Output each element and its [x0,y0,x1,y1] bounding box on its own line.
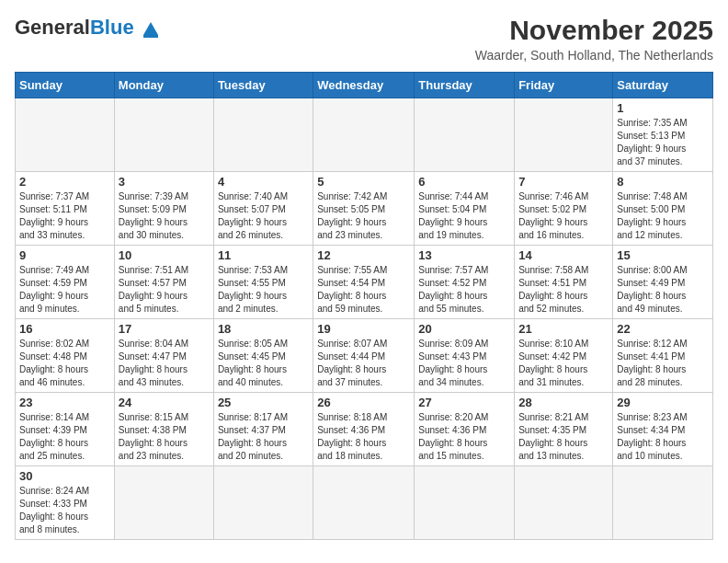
day-info: Sunrise: 8:12 AM Sunset: 4:41 PM Dayligh… [617,338,709,389]
day-info: Sunrise: 8:04 AM Sunset: 4:47 PM Dayligh… [119,338,210,389]
header: GeneralBlue November 2025 Waarder, South… [15,15,713,63]
day-number: 18 [218,322,309,336]
day-info: Sunrise: 7:58 AM Sunset: 4:51 PM Dayligh… [518,264,609,316]
calendar-day-cell [515,98,613,172]
day-info: Sunrise: 7:48 AM Sunset: 5:00 PM Dayligh… [617,190,709,242]
calendar-day-cell: 18Sunrise: 8:05 AM Sunset: 4:45 PM Dayli… [213,319,313,393]
calendar-day-cell: 9Sunrise: 7:49 AM Sunset: 4:59 PM Daylig… [16,246,115,319]
day-info: Sunrise: 8:20 AM Sunset: 4:36 PM Dayligh… [418,411,510,463]
day-info: Sunrise: 7:57 AM Sunset: 4:52 PM Dayligh… [418,264,510,316]
calendar-day-cell: 30Sunrise: 8:24 AM Sunset: 4:33 PM Dayli… [16,466,115,540]
calendar-week-row: 30Sunrise: 8:24 AM Sunset: 4:33 PM Dayli… [16,466,713,540]
day-number: 22 [617,322,709,336]
weekday-header-cell: Tuesday [213,73,313,98]
day-info: Sunrise: 7:46 AM Sunset: 5:02 PM Dayligh… [518,190,609,242]
day-info: Sunrise: 8:17 AM Sunset: 4:37 PM Dayligh… [218,411,309,463]
weekday-header: SundayMondayTuesdayWednesdayThursdayFrid… [16,73,713,98]
calendar-day-cell [114,98,213,172]
day-number: 21 [518,322,609,336]
day-info: Sunrise: 8:23 AM Sunset: 4:34 PM Dayligh… [617,411,709,463]
day-number: 11 [218,248,309,262]
day-number: 5 [317,175,410,189]
day-number: 1 [617,101,709,115]
calendar-week-row: 1Sunrise: 7:35 AM Sunset: 5:13 PM Daylig… [16,98,713,172]
svg-rect-1 [143,35,158,38]
day-number: 6 [418,175,510,189]
calendar-week-row: 9Sunrise: 7:49 AM Sunset: 4:59 PM Daylig… [16,246,713,319]
calendar-day-cell [114,466,213,540]
svg-marker-0 [143,22,158,35]
calendar: SundayMondayTuesdayWednesdayThursdayFrid… [15,72,713,540]
day-info: Sunrise: 7:42 AM Sunset: 5:05 PM Dayligh… [317,190,410,242]
weekday-header-cell: Thursday [415,73,515,98]
calendar-day-cell: 12Sunrise: 7:55 AM Sunset: 4:54 PM Dayli… [313,246,415,319]
calendar-day-cell: 15Sunrise: 8:00 AM Sunset: 4:49 PM Dayli… [613,246,713,319]
logo-icon [138,15,164,40]
day-number: 7 [518,175,609,189]
calendar-day-cell: 11Sunrise: 7:53 AM Sunset: 4:55 PM Dayli… [213,246,313,319]
logo-text: GeneralBlue [15,17,134,38]
day-number: 2 [19,175,110,189]
calendar-day-cell [213,466,313,540]
calendar-day-cell: 24Sunrise: 8:15 AM Sunset: 4:38 PM Dayli… [114,393,213,466]
day-info: Sunrise: 7:51 AM Sunset: 4:57 PM Dayligh… [119,264,210,316]
calendar-day-cell: 1Sunrise: 7:35 AM Sunset: 5:13 PM Daylig… [613,98,713,172]
day-info: Sunrise: 8:00 AM Sunset: 4:49 PM Dayligh… [617,264,709,316]
calendar-week-row: 16Sunrise: 8:02 AM Sunset: 4:48 PM Dayli… [16,319,713,393]
day-number: 24 [119,396,210,409]
day-number: 23 [19,396,110,409]
day-info: Sunrise: 8:18 AM Sunset: 4:36 PM Dayligh… [317,411,410,463]
day-number: 14 [518,248,609,262]
weekday-header-cell: Sunday [16,73,115,98]
calendar-day-cell: 10Sunrise: 7:51 AM Sunset: 4:57 PM Dayli… [114,246,213,319]
calendar-day-cell: 20Sunrise: 8:09 AM Sunset: 4:43 PM Dayli… [415,319,515,393]
calendar-day-cell: 19Sunrise: 8:07 AM Sunset: 4:44 PM Dayli… [313,319,415,393]
day-info: Sunrise: 8:15 AM Sunset: 4:38 PM Dayligh… [119,411,210,463]
calendar-body: 1Sunrise: 7:35 AM Sunset: 5:13 PM Daylig… [16,98,713,540]
day-info: Sunrise: 8:09 AM Sunset: 4:43 PM Dayligh… [418,338,510,389]
day-info: Sunrise: 8:21 AM Sunset: 4:35 PM Dayligh… [518,411,609,463]
weekday-header-cell: Saturday [613,73,713,98]
calendar-day-cell: 17Sunrise: 8:04 AM Sunset: 4:47 PM Dayli… [114,319,213,393]
weekday-header-cell: Friday [515,73,613,98]
calendar-day-cell: 16Sunrise: 8:02 AM Sunset: 4:48 PM Dayli… [16,319,115,393]
day-number: 9 [19,248,110,262]
day-number: 10 [119,248,210,262]
calendar-day-cell: 14Sunrise: 7:58 AM Sunset: 4:51 PM Dayli… [515,246,613,319]
calendar-day-cell: 8Sunrise: 7:48 AM Sunset: 5:00 PM Daylig… [613,172,713,246]
calendar-week-row: 23Sunrise: 8:14 AM Sunset: 4:39 PM Dayli… [16,393,713,466]
day-info: Sunrise: 8:14 AM Sunset: 4:39 PM Dayligh… [19,411,110,463]
day-number: 17 [119,322,210,336]
day-info: Sunrise: 7:44 AM Sunset: 5:04 PM Dayligh… [418,190,510,242]
day-info: Sunrise: 7:55 AM Sunset: 4:54 PM Dayligh… [317,264,410,316]
day-number: 4 [218,175,309,189]
day-info: Sunrise: 7:37 AM Sunset: 5:11 PM Dayligh… [19,190,110,242]
calendar-day-cell: 26Sunrise: 8:18 AM Sunset: 4:36 PM Dayli… [313,393,415,466]
calendar-day-cell: 5Sunrise: 7:42 AM Sunset: 5:05 PM Daylig… [313,172,415,246]
calendar-day-cell: 6Sunrise: 7:44 AM Sunset: 5:04 PM Daylig… [415,172,515,246]
day-info: Sunrise: 8:02 AM Sunset: 4:48 PM Dayligh… [19,338,110,389]
calendar-day-cell: 29Sunrise: 8:23 AM Sunset: 4:34 PM Dayli… [613,393,713,466]
calendar-day-cell [313,466,415,540]
day-number: 25 [218,396,309,409]
weekday-header-cell: Wednesday [313,73,415,98]
day-number: 29 [617,396,709,409]
calendar-day-cell: 28Sunrise: 8:21 AM Sunset: 4:35 PM Dayli… [515,393,613,466]
calendar-day-cell: 23Sunrise: 8:14 AM Sunset: 4:39 PM Dayli… [16,393,115,466]
calendar-day-cell: 2Sunrise: 7:37 AM Sunset: 5:11 PM Daylig… [16,172,115,246]
calendar-day-cell: 4Sunrise: 7:40 AM Sunset: 5:07 PM Daylig… [213,172,313,246]
day-info: Sunrise: 7:53 AM Sunset: 4:55 PM Dayligh… [218,264,309,316]
day-number: 27 [418,396,510,409]
day-info: Sunrise: 7:40 AM Sunset: 5:07 PM Dayligh… [218,190,309,242]
day-number: 28 [518,396,609,409]
day-info: Sunrise: 8:07 AM Sunset: 4:44 PM Dayligh… [317,338,410,389]
day-info: Sunrise: 7:35 AM Sunset: 5:13 PM Dayligh… [617,117,709,168]
day-number: 12 [317,248,410,262]
month-title: November 2025 [475,15,713,46]
logo: GeneralBlue [15,15,164,40]
calendar-day-cell: 21Sunrise: 8:10 AM Sunset: 4:42 PM Dayli… [515,319,613,393]
day-number: 8 [617,175,709,189]
day-number: 13 [418,248,510,262]
day-info: Sunrise: 7:49 AM Sunset: 4:59 PM Dayligh… [19,264,110,316]
subtitle: Waarder, South Holland, The Netherlands [475,48,713,63]
